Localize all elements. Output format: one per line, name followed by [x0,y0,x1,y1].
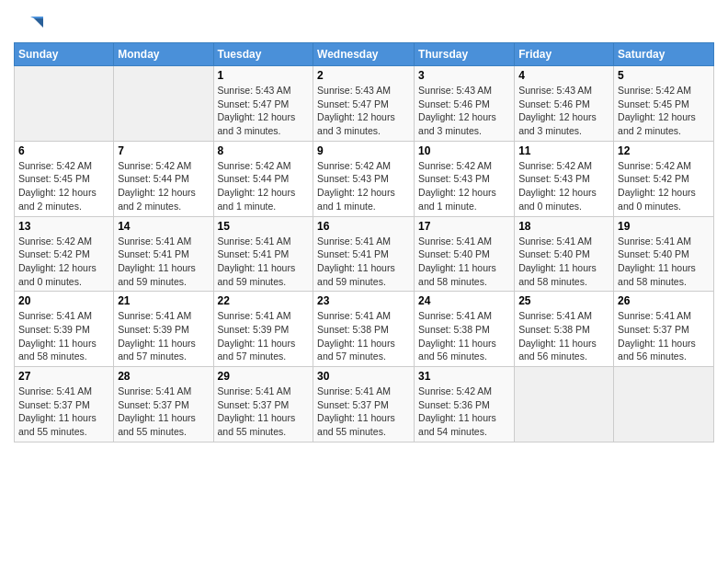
calendar-cell: 24Sunrise: 5:41 AM Sunset: 5:38 PM Dayli… [415,292,515,367]
cell-content: Sunrise: 5:43 AM Sunset: 5:46 PM Dayligh… [518,84,609,138]
cell-content: Sunrise: 5:41 AM Sunset: 5:40 PM Dayligh… [418,235,510,289]
cell-content: Sunrise: 5:42 AM Sunset: 5:43 PM Dayligh… [317,159,410,213]
cell-content: Sunrise: 5:41 AM Sunset: 5:40 PM Dayligh… [618,235,710,289]
logo-icon [14,13,43,35]
calendar-cell: 2Sunrise: 5:43 AM Sunset: 5:47 PM Daylig… [313,66,415,142]
calendar-cell: 7Sunrise: 5:42 AM Sunset: 5:44 PM Daylig… [114,141,213,216]
calendar-cell: 4Sunrise: 5:43 AM Sunset: 5:46 PM Daylig… [515,66,614,142]
calendar-cell: 16Sunrise: 5:41 AM Sunset: 5:41 PM Dayli… [313,216,415,292]
day-number: 4 [518,69,609,82]
calendar-cell: 10Sunrise: 5:42 AM Sunset: 5:43 PM Dayli… [415,141,515,216]
cell-content: Sunrise: 5:41 AM Sunset: 5:37 PM Dayligh… [317,385,410,439]
cell-content: Sunrise: 5:41 AM Sunset: 5:38 PM Dayligh… [317,309,410,363]
calendar-cell: 27Sunrise: 5:41 AM Sunset: 5:37 PM Dayli… [15,367,114,442]
calendar-cell: 30Sunrise: 5:41 AM Sunset: 5:37 PM Dayli… [313,367,415,442]
cell-content: Sunrise: 5:41 AM Sunset: 5:40 PM Dayligh… [518,235,609,289]
cell-content: Sunrise: 5:42 AM Sunset: 5:45 PM Dayligh… [18,159,109,213]
cell-content: Sunrise: 5:41 AM Sunset: 5:38 PM Dayligh… [518,309,609,363]
cell-content: Sunrise: 5:42 AM Sunset: 5:36 PM Dayligh… [418,385,510,439]
day-number: 17 [418,220,510,233]
day-number: 20 [18,294,109,307]
day-number: 18 [518,220,609,233]
calendar-cell: 20Sunrise: 5:41 AM Sunset: 5:39 PM Dayli… [15,292,114,367]
day-number: 16 [317,220,410,233]
day-number: 25 [518,294,609,307]
cell-content: Sunrise: 5:41 AM Sunset: 5:39 PM Dayligh… [18,309,109,363]
calendar-cell [614,367,714,442]
day-number: 13 [18,220,109,233]
calendar-cell [15,66,114,142]
calendar-cell: 19Sunrise: 5:41 AM Sunset: 5:40 PM Dayli… [614,216,714,292]
calendar-cell: 17Sunrise: 5:41 AM Sunset: 5:40 PM Dayli… [415,216,515,292]
day-number: 2 [317,69,410,82]
cell-content: Sunrise: 5:43 AM Sunset: 5:47 PM Dayligh… [218,84,310,138]
cell-content: Sunrise: 5:41 AM Sunset: 5:37 PM Dayligh… [118,385,209,439]
cell-content: Sunrise: 5:42 AM Sunset: 5:42 PM Dayligh… [18,235,109,289]
calendar-cell: 26Sunrise: 5:41 AM Sunset: 5:37 PM Dayli… [614,292,714,367]
col-header-tuesday: Tuesday [213,43,313,66]
calendar-cell: 12Sunrise: 5:42 AM Sunset: 5:42 PM Dayli… [614,141,714,216]
col-header-wednesday: Wednesday [313,43,415,66]
day-number: 26 [618,294,710,307]
calendar-cell: 15Sunrise: 5:41 AM Sunset: 5:41 PM Dayli… [213,216,313,292]
calendar-table: SundayMondayTuesdayWednesdayThursdayFrid… [14,42,714,442]
cell-content: Sunrise: 5:41 AM Sunset: 5:41 PM Dayligh… [118,235,209,289]
day-number: 19 [618,220,710,233]
day-number: 6 [18,144,109,157]
cell-content: Sunrise: 5:41 AM Sunset: 5:37 PM Dayligh… [218,385,310,439]
day-number: 27 [18,370,109,383]
day-number: 14 [118,220,209,233]
calendar-cell: 22Sunrise: 5:41 AM Sunset: 5:39 PM Dayli… [213,292,313,367]
cell-content: Sunrise: 5:41 AM Sunset: 5:38 PM Dayligh… [418,309,510,363]
day-number: 9 [317,144,410,157]
day-number: 30 [317,370,410,383]
day-number: 1 [218,69,310,82]
day-number: 3 [418,69,510,82]
day-number: 24 [418,294,510,307]
calendar-cell: 21Sunrise: 5:41 AM Sunset: 5:39 PM Dayli… [114,292,213,367]
calendar-cell: 11Sunrise: 5:42 AM Sunset: 5:43 PM Dayli… [515,141,614,216]
day-number: 10 [418,144,510,157]
cell-content: Sunrise: 5:41 AM Sunset: 5:39 PM Dayligh… [118,309,209,363]
calendar-cell: 13Sunrise: 5:42 AM Sunset: 5:42 PM Dayli… [15,216,114,292]
col-header-friday: Friday [515,43,614,66]
day-number: 22 [218,294,310,307]
calendar-cell: 8Sunrise: 5:42 AM Sunset: 5:44 PM Daylig… [213,141,313,216]
calendar-cell: 3Sunrise: 5:43 AM Sunset: 5:46 PM Daylig… [415,66,515,142]
calendar-cell: 31Sunrise: 5:42 AM Sunset: 5:36 PM Dayli… [415,367,515,442]
calendar-cell: 25Sunrise: 5:41 AM Sunset: 5:38 PM Dayli… [515,292,614,367]
day-number: 21 [118,294,209,307]
logo [14,13,45,35]
svg-rect-0 [14,13,43,35]
calendar-cell: 9Sunrise: 5:42 AM Sunset: 5:43 PM Daylig… [313,141,415,216]
day-number: 7 [118,144,209,157]
cell-content: Sunrise: 5:42 AM Sunset: 5:44 PM Dayligh… [218,159,310,213]
cell-content: Sunrise: 5:43 AM Sunset: 5:46 PM Dayligh… [418,84,510,138]
day-number: 11 [518,144,609,157]
cell-content: Sunrise: 5:41 AM Sunset: 5:41 PM Dayligh… [218,235,310,289]
cell-content: Sunrise: 5:41 AM Sunset: 5:37 PM Dayligh… [18,385,109,439]
cell-content: Sunrise: 5:41 AM Sunset: 5:39 PM Dayligh… [218,309,310,363]
day-number: 23 [317,294,410,307]
day-number: 5 [618,69,710,82]
calendar-cell: 18Sunrise: 5:41 AM Sunset: 5:40 PM Dayli… [515,216,614,292]
calendar-cell: 28Sunrise: 5:41 AM Sunset: 5:37 PM Dayli… [114,367,213,442]
day-number: 29 [218,370,310,383]
col-header-saturday: Saturday [614,43,714,66]
day-number: 15 [218,220,310,233]
calendar-cell: 5Sunrise: 5:42 AM Sunset: 5:45 PM Daylig… [614,66,714,142]
calendar-cell: 6Sunrise: 5:42 AM Sunset: 5:45 PM Daylig… [15,141,114,216]
cell-content: Sunrise: 5:42 AM Sunset: 5:45 PM Dayligh… [618,84,710,138]
calendar-cell: 14Sunrise: 5:41 AM Sunset: 5:41 PM Dayli… [114,216,213,292]
day-number: 28 [118,370,209,383]
calendar-cell: 29Sunrise: 5:41 AM Sunset: 5:37 PM Dayli… [213,367,313,442]
header [14,9,714,35]
cell-content: Sunrise: 5:42 AM Sunset: 5:42 PM Dayligh… [618,159,710,213]
calendar-cell: 23Sunrise: 5:41 AM Sunset: 5:38 PM Dayli… [313,292,415,367]
cell-content: Sunrise: 5:42 AM Sunset: 5:44 PM Dayligh… [118,159,209,213]
col-header-monday: Monday [114,43,213,66]
cell-content: Sunrise: 5:41 AM Sunset: 5:41 PM Dayligh… [317,235,410,289]
day-number: 31 [418,370,510,383]
cell-content: Sunrise: 5:42 AM Sunset: 5:43 PM Dayligh… [518,159,609,213]
calendar-cell [114,66,213,142]
